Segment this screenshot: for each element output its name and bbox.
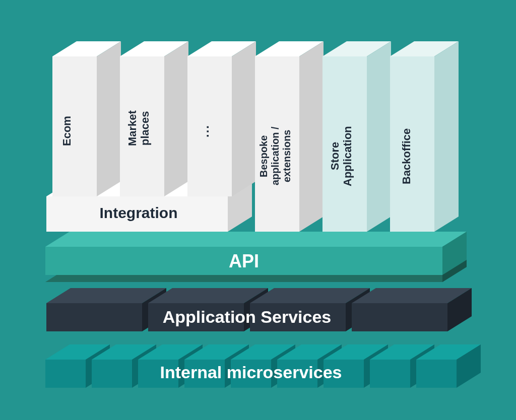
svg-marker-59 (299, 41, 324, 232)
layer-label-microservices: Internal microservices (45, 363, 457, 382)
layer-label-api: API (45, 251, 442, 272)
svg-marker-62 (367, 41, 391, 232)
pillar-label-ellipsis: ... (198, 81, 222, 181)
pillar-label-backoffice: Backoffice (400, 86, 425, 227)
svg-marker-50 (97, 41, 121, 196)
pillar-label-ecom: Ecom (60, 81, 89, 181)
pillar-label-marketplaces: Market places (126, 76, 156, 181)
pillar-label-bespoke: Bespoke application / extensions (258, 81, 296, 232)
architecture-diagram: Ecom Market places ... Bespoke applicati… (0, 0, 516, 420)
svg-marker-43 (45, 232, 467, 247)
svg-marker-56 (232, 41, 256, 196)
layer-label-integration: Integration (60, 204, 217, 222)
pillar-label-store: Store Application (329, 86, 360, 227)
svg-marker-65 (434, 41, 459, 232)
layer-label-app-services: Application Services (46, 307, 447, 327)
svg-marker-53 (164, 41, 188, 196)
